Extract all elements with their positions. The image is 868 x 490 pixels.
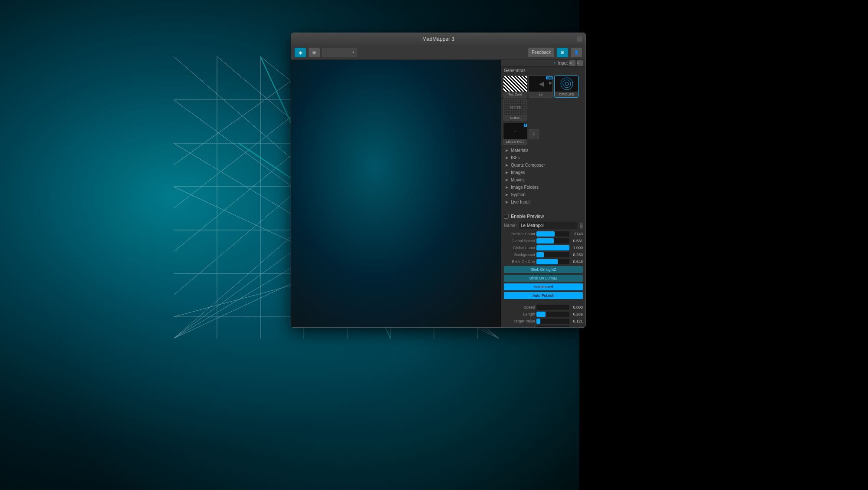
tree-item-label: Image Folders <box>511 185 539 190</box>
needle-icon: ◈ <box>299 49 302 56</box>
tree-item-isfs[interactable]: ▶ ISFs <box>501 154 585 161</box>
generator-lines-rot[interactable]: ← 1 LINES ROT <box>503 123 527 145</box>
lines-rot-badge: 1 <box>524 124 527 127</box>
param-speed: Speed 0.000 <box>504 304 583 311</box>
view-icons: ⊞ ≡ <box>569 60 583 66</box>
icon-btn-2[interactable]: 👤 <box>571 48 582 57</box>
name-row: Name: ⌕ <box>504 220 583 230</box>
generators-grid: TestCard ◀ 456 ▶ Le <box>501 74 585 123</box>
circles-thumb <box>555 76 579 92</box>
blink-luma-row: Blink On LumaZ <box>504 274 583 283</box>
noise-name: NOISE <box>503 115 527 121</box>
tree-list: ▶ Materials ▶ ISFs ▶ Quartz Composer ▶ I… <box>501 147 585 206</box>
tree-item-label: Movies <box>511 178 525 182</box>
person-icon: 👤 <box>574 50 579 55</box>
tree-item-quartz[interactable]: ▶ Quartz Composer <box>501 161 585 169</box>
param-slider[interactable] <box>536 312 569 317</box>
le-name: Le <box>529 92 552 97</box>
antialiased-row: Antialiased <box>504 283 583 291</box>
eye-icon: ◉ <box>312 49 316 55</box>
view-list-btn[interactable]: ≡ <box>577 60 583 66</box>
param-global-luma: Global Luma 1.000 <box>504 244 583 251</box>
tree-item-movies[interactable]: ▶ Movies <box>501 176 585 184</box>
param-slider[interactable] <box>536 319 569 324</box>
toolbar: ◈ ◉ ▾ Feedback ⊞ 👤 <box>291 45 585 60</box>
param-slider[interactable] <box>536 305 569 310</box>
eye-icon-btn[interactable]: ◉ <box>309 48 320 57</box>
tree-item-live-input[interactable]: ▶ Live Input <box>501 198 585 206</box>
generator-le[interactable]: ◀ 456 ▶ Le <box>529 76 553 98</box>
param-slider[interactable] <box>536 259 569 264</box>
view-grid-icon: ⊞ <box>569 62 572 65</box>
arrow-icon: ▶ <box>506 163 508 167</box>
param-label: Sin Level <box>504 326 535 327</box>
lines-rot-name: LINES ROT <box>503 139 527 145</box>
app-title: MadMapper 3 <box>422 36 454 42</box>
tree-item-images[interactable]: ▶ Images <box>501 169 585 176</box>
param-fill <box>536 245 569 250</box>
testcard-thumb <box>503 76 527 92</box>
search-icon: ⌕ <box>580 224 582 227</box>
generator-testcard[interactable]: TestCard <box>503 76 527 98</box>
arrow-icon: ▶ <box>506 185 508 189</box>
panel-input-header: • Input ⊞ ≡ <box>501 60 585 66</box>
mode-dropdown[interactable]: ▾ <box>322 48 357 57</box>
enable-preview-row: Enable Preview <box>504 212 583 220</box>
auto-publish-label: Auto Publish <box>533 293 555 298</box>
blink-buttons-row: Blink On LghtZ <box>504 265 583 274</box>
feedback-button[interactable]: Feedback <box>528 48 554 57</box>
params-group-2: Speed 0.000 Length 0.266 T <box>504 304 583 327</box>
param-value: 0.266 <box>571 312 583 316</box>
view-grid-btn[interactable]: ⊞ <box>569 60 575 66</box>
tree-item-label: Live Input <box>511 200 529 204</box>
tree-item-syphon[interactable]: ▶ Syphon <box>501 191 585 198</box>
svg-point-36 <box>563 80 571 88</box>
add-generator-button[interactable]: + <box>529 129 539 139</box>
arrow-icon: ▶ <box>506 156 508 160</box>
arrow-icon: ▶ <box>506 193 508 197</box>
param-value: 0.121 <box>571 319 583 323</box>
divider2 <box>504 302 583 302</box>
param-value: 0.230 <box>571 253 583 257</box>
noise-thumb: NOISE <box>503 99 527 115</box>
param-slider[interactable] <box>536 238 569 243</box>
param-label: Global Luma <box>504 246 535 250</box>
tree-item-label: Materials <box>511 148 529 153</box>
generator-circles[interactable]: CIRCLES <box>554 76 579 98</box>
param-blink-cntr: Blink On Cntr 0.646 <box>504 258 583 265</box>
param-value: 2743 <box>571 232 583 236</box>
param-fill <box>536 259 558 264</box>
needle-icon-btn[interactable]: ◈ <box>295 48 306 57</box>
param-label: Length <box>504 312 535 316</box>
le-thumb: ◀ 456 ▶ <box>529 76 553 92</box>
blink-on-lghtz-button[interactable]: Blink On LghtZ <box>504 266 583 273</box>
tree-item-image-folders[interactable]: ▶ Image Folders <box>501 184 585 191</box>
enable-preview-label: Enable Preview <box>511 214 544 219</box>
param-fill <box>536 312 546 317</box>
blink-lumaz-label: Blink On LumaZ <box>529 276 558 280</box>
param-label: Background <box>504 253 535 257</box>
param-slider[interactable] <box>536 252 569 257</box>
app-window: MadMapper 3 ◈ ◉ ▾ Feedback ⊞ 👤 <box>291 33 586 328</box>
param-slider[interactable] <box>536 326 569 327</box>
name-input[interactable] <box>519 222 578 229</box>
param-value: 1.000 <box>571 246 583 250</box>
antialiased-button[interactable]: Antialiased <box>504 283 583 290</box>
testcard-name: TestCard <box>503 92 527 97</box>
close-button[interactable] <box>577 36 582 42</box>
tree-item-materials[interactable]: ▶ Materials <box>501 147 585 154</box>
plus-icon: + <box>532 130 536 138</box>
enable-preview-checkbox[interactable] <box>504 214 509 219</box>
generator-noise[interactable]: NOISE NOISE <box>503 99 527 121</box>
param-background: Background 0.230 <box>504 251 583 258</box>
auto-publish-button[interactable]: Auto Publish <box>504 292 583 299</box>
blink-on-lumaz-button[interactable]: Blink On LumaZ <box>504 275 583 282</box>
blink-lghtz-label: Blink On LghtZ <box>530 267 556 272</box>
name-search-button[interactable]: ⌕ <box>580 223 583 229</box>
icon-btn-1[interactable]: ⊞ <box>557 48 568 57</box>
feedback-label: Feedback <box>532 50 551 55</box>
param-slider[interactable] <box>536 245 569 250</box>
arrow-icon: ▶ <box>506 171 508 174</box>
param-value: 0.646 <box>571 260 583 264</box>
param-slider[interactable] <box>536 231 569 237</box>
